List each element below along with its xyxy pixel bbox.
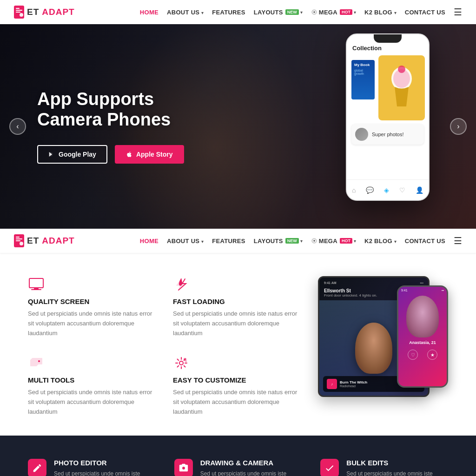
bulk-edits-icon <box>320 459 339 476</box>
nav-link-layouts[interactable]: LAYOUTS <box>254 9 283 16</box>
hero-phone-mockup: Collection My Book global growth Super p… <box>346 33 430 201</box>
nav2-item-features[interactable]: FEATURES <box>212 237 245 245</box>
phone-profile-icon: 👤 <box>416 186 423 194</box>
nav-link-features[interactable]: FEATURES <box>212 9 245 16</box>
dark-feature-drawing-camera: DRAWING & CAMERA Sed ut perspiciatis und… <box>174 459 302 476</box>
feature-quality-screen: QUALITY SCREEN Sed ut perspiciatis unde … <box>28 276 154 338</box>
logo-icon-second <box>14 234 24 247</box>
nav2-link-layouts[interactable]: LAYOUTS <box>254 238 283 245</box>
navbar-top: ET ADAPT HOME ABOUT US ▾ FEATURES LAYOUT… <box>0 0 476 24</box>
nav-link-mega[interactable]: MEGA <box>319 9 337 16</box>
apple-story-button[interactable]: Apple Story <box>115 145 184 164</box>
apple-story-label: Apple Story <box>136 151 173 158</box>
features-devices: 9:41 AM ▪▪▪ Ellsworth St Front door unlo… <box>318 276 448 406</box>
mega-dropdown-icon: ▾ <box>354 10 356 15</box>
phone-book-item: My Book global growth <box>351 60 375 99</box>
hero-prev-arrow[interactable]: ‹ <box>9 118 26 135</box>
svg-rect-2 <box>16 10 22 11</box>
nav2-hamburger[interactable]: ☰ <box>454 235 462 246</box>
nav2-link-about[interactable]: ABOUT US <box>167 238 199 245</box>
nav-item-contact[interactable]: CONTACT US <box>405 8 445 16</box>
nav-link-about[interactable]: ABOUT US <box>167 9 199 16</box>
nav-item-layouts[interactable]: LAYOUTS NEW ▾ <box>254 9 303 16</box>
hamburger2-icon[interactable]: ☰ <box>454 236 462 246</box>
nav2-link-mega[interactable]: MEGA <box>319 238 337 245</box>
google-play-label: Google Play <box>59 151 96 158</box>
nav2-link-features[interactable]: FEATURES <box>212 238 245 245</box>
nav-item-about[interactable]: ABOUT US ▾ <box>167 8 204 16</box>
nav2-item-about[interactable]: ABOUT US ▾ <box>167 237 204 245</box>
about-dropdown-icon: ▾ <box>201 10 204 15</box>
phone2-star-icon[interactable]: ★ <box>427 350 437 360</box>
nav2-link-k2blog[interactable]: K2 BLOG <box>364 238 392 245</box>
phone2-status-bar: 9:41▪▪ <box>398 287 447 294</box>
nav2-item-contact[interactable]: CONTACT US <box>405 237 445 245</box>
svg-point-4 <box>20 13 23 17</box>
hamburger-icon[interactable]: ☰ <box>454 7 462 17</box>
nav-hamburger[interactable]: ☰ <box>454 7 462 18</box>
about2-dropdown-icon: ▾ <box>201 239 204 244</box>
nav2-item-k2blog[interactable]: K2 BLOG ▾ <box>364 237 397 245</box>
layouts2-badge: NEW <box>285 238 299 244</box>
phone2-heart-icon[interactable]: ♡ <box>408 350 418 360</box>
logo-second[interactable]: ET ADAPT <box>14 234 75 247</box>
ice-cream-illustration <box>385 65 418 111</box>
dark-feature-photo-editor: PHOTO EDITOR Sed ut perspiciatis unde om… <box>28 459 156 476</box>
svg-rect-15 <box>29 278 43 288</box>
nav-link-home[interactable]: HOME <box>140 9 159 16</box>
hero-buttons: Google Play Apple Story <box>37 145 184 164</box>
photo-editor-desc: Sed ut perspiciatis unde omnis iste <box>54 469 140 476</box>
face-illustration <box>355 323 392 374</box>
nav-item-mega[interactable]: MEGA HOT ▾ <box>311 9 356 16</box>
photo-editor-icon <box>28 459 46 476</box>
quality-screen-title: QUALITY SCREEN <box>28 298 154 305</box>
phone2-name-label: Anastasia, 21 <box>398 339 447 346</box>
svg-rect-11 <box>16 238 22 239</box>
bulk-edits-title: BULK EDITS <box>346 459 432 467</box>
nav-link-contact[interactable]: CONTACT US <box>405 9 445 16</box>
mega2-gear-icon <box>311 238 317 244</box>
svg-point-14 <box>313 240 315 242</box>
svg-point-13 <box>20 242 23 245</box>
multi-tools-title: MULTI TOOLS <box>28 376 154 384</box>
nav2-item-layouts[interactable]: LAYOUTS NEW ▾ <box>254 238 303 245</box>
mega2-badge: HOT <box>340 238 352 244</box>
logo-icon <box>14 6 24 19</box>
features-section: QUALITY SCREEN Sed ut perspiciatis unde … <box>0 253 476 436</box>
hero-title: App Supports Camera Phones <box>37 89 184 130</box>
easy-customize-icon <box>173 355 190 371</box>
multi-tools-desc: Sed ut perspiciatis unde omnis iste natu… <box>28 388 154 416</box>
nav-item-features[interactable]: FEATURES <box>212 8 245 16</box>
nav-link-k2blog[interactable]: K2 BLOG <box>364 9 392 16</box>
logo-et-second: ET <box>27 236 39 246</box>
phone-heart-icon: ♡ <box>399 186 405 194</box>
drawing-camera-title: DRAWING & CAMERA <box>200 459 286 467</box>
google-play-button[interactable]: Google Play <box>37 145 107 164</box>
nav2-link-home[interactable]: HOME <box>140 238 159 245</box>
hero-content: App Supports Camera Phones Google Play A… <box>0 89 221 163</box>
photo-editor-content: PHOTO EDITOR Sed ut perspiciatis unde om… <box>54 459 140 476</box>
easy-customize-title: EASY TO CUSTOMIZE <box>173 376 299 384</box>
nav-item-home[interactable]: HOME <box>140 8 159 16</box>
photo-editor-title: PHOTO EDITOR <box>54 459 140 467</box>
hero-next-arrow[interactable]: › <box>450 118 467 135</box>
nav2-item-mega[interactable]: MEGA HOT ▾ <box>311 238 356 245</box>
k2blog-dropdown-icon: ▾ <box>394 10 397 15</box>
drawing-camera-content: DRAWING & CAMERA Sed ut perspiciatis und… <box>200 459 286 476</box>
navbar-second: ET ADAPT HOME ABOUT US ▾ FEATURES LAYOUT… <box>0 229 476 253</box>
phone-super-photos-card: Super photos! <box>351 124 424 145</box>
phone-mockup2: 9:41▪▪ Anastasia, 21 ♡ ★ <box>397 285 448 388</box>
music-thumbnail: ♪ <box>327 379 337 389</box>
mega-badge: HOT <box>340 9 352 15</box>
mega2-dropdown-icon: ▾ <box>354 238 356 244</box>
nav-item-k2blog[interactable]: K2 BLOG ▾ <box>364 8 397 16</box>
logo[interactable]: ET ADAPT <box>14 6 75 19</box>
phone2-face <box>406 296 439 337</box>
layouts-badge: NEW <box>285 9 299 15</box>
nav2-item-home[interactable]: HOME <box>140 237 159 245</box>
feature-multi-tools: MULTI TOOLS Sed ut perspiciatis unde omn… <box>28 355 154 416</box>
nav2-link-contact[interactable]: CONTACT US <box>405 238 445 245</box>
features-grid-container: QUALITY SCREEN Sed ut perspiciatis unde … <box>28 276 299 417</box>
multi-tools-icon <box>28 355 45 371</box>
phone-bottom-nav: ⌂ 💬 ◈ ♡ 👤 <box>347 179 429 200</box>
